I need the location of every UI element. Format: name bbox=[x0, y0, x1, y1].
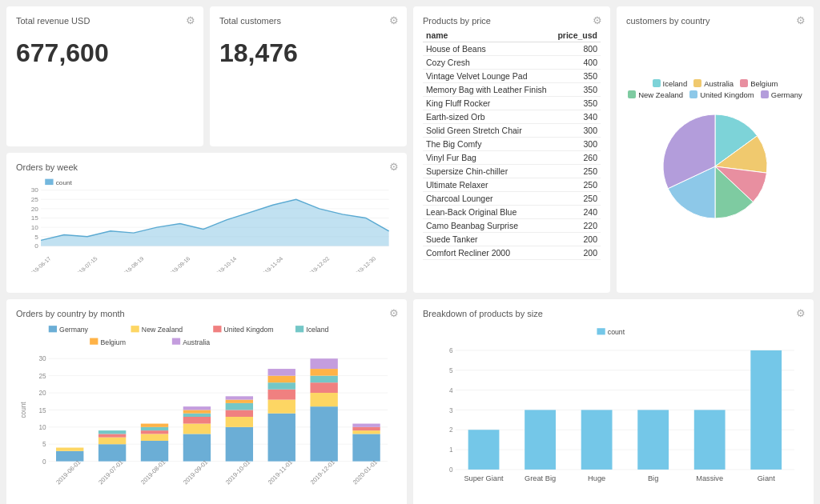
table-row: Vintage Velvet Lounge Pad350 bbox=[423, 70, 601, 83]
svg-rect-73 bbox=[226, 417, 253, 427]
svg-text:2019-12-30: 2019-12-30 bbox=[352, 255, 376, 272]
product-name: Memory Bag with Leather Finish bbox=[423, 83, 553, 97]
pie-container: IcelandAustraliaBelgiumNew ZealandUnited… bbox=[626, 29, 804, 280]
svg-rect-87 bbox=[310, 393, 337, 406]
svg-rect-124 bbox=[750, 350, 782, 470]
product-name: The Big Comfy bbox=[423, 138, 553, 151]
product-name: Ultimate Relaxer bbox=[423, 178, 553, 192]
stacked-chart-svg: GermanyNew ZealandUnited KingdomIcelandB… bbox=[16, 322, 397, 502]
table-row: Supersize Chin-chiller250 bbox=[423, 165, 601, 178]
orders-week-card: Orders by week ⚙ 051015202530count2019-0… bbox=[6, 153, 407, 293]
svg-rect-91 bbox=[310, 358, 337, 369]
table-row: Comfort Recliner 2000200 bbox=[423, 246, 601, 260]
product-price: 250 bbox=[553, 165, 601, 178]
product-price: 220 bbox=[553, 219, 601, 233]
orders-week-title: Orders by week bbox=[16, 162, 397, 172]
products-price-gear[interactable]: ⚙ bbox=[593, 14, 602, 26]
revenue-label: Total revenue USD bbox=[16, 16, 194, 26]
svg-text:Belgium: Belgium bbox=[100, 338, 126, 346]
svg-rect-94 bbox=[352, 430, 380, 434]
svg-text:Germany: Germany bbox=[59, 326, 88, 334]
breakdown-card: Breakdown of products by size ⚙ count012… bbox=[413, 299, 814, 504]
product-name: Vinyl Fur Bag bbox=[423, 151, 553, 165]
col-price: price_usd bbox=[553, 29, 601, 42]
svg-text:New Zealand: New Zealand bbox=[142, 326, 183, 334]
svg-text:Super Giant: Super Giant bbox=[464, 474, 504, 482]
svg-text:0: 0 bbox=[42, 458, 46, 466]
svg-rect-56 bbox=[98, 434, 126, 437]
svg-text:30: 30 bbox=[31, 187, 39, 194]
svg-text:25: 25 bbox=[39, 373, 47, 380]
product-name: Solid Green Stretch Chair bbox=[423, 124, 553, 138]
breakdown-gear[interactable]: ⚙ bbox=[796, 307, 806, 319]
svg-text:Big: Big bbox=[648, 474, 658, 482]
svg-rect-66 bbox=[183, 424, 211, 434]
svg-rect-96 bbox=[352, 424, 380, 427]
svg-rect-28 bbox=[213, 326, 221, 332]
legend-item: Belgium bbox=[740, 79, 778, 88]
svg-rect-63 bbox=[141, 424, 168, 427]
customers-card: Total customers ⚙ 18,476 bbox=[210, 6, 407, 146]
svg-text:Huge: Huge bbox=[588, 474, 605, 482]
product-name: Comfort Recliner 2000 bbox=[423, 246, 553, 260]
customers-gear[interactable]: ⚙ bbox=[389, 14, 399, 26]
svg-text:15: 15 bbox=[31, 215, 39, 222]
svg-text:2020-01-01: 2020-01-01 bbox=[352, 458, 379, 486]
products-price-table-container[interactable]: name price_usd House of Beans800Cozy Cre… bbox=[423, 29, 601, 260]
product-name: Vintage Velvet Lounge Pad bbox=[423, 70, 553, 83]
product-price: 240 bbox=[553, 206, 601, 219]
legend-item: United Kingdom bbox=[689, 90, 754, 99]
svg-rect-75 bbox=[226, 403, 253, 410]
svg-text:2019-08-19: 2019-08-19 bbox=[119, 255, 144, 272]
svg-text:2019-11-01: 2019-11-01 bbox=[267, 458, 294, 486]
svg-rect-69 bbox=[183, 410, 211, 413]
orders-country-card: Orders by country by month ⚙ GermanyNew … bbox=[6, 299, 407, 504]
svg-text:10: 10 bbox=[31, 224, 39, 231]
products-price-card: Products by price ⚙ name price_usd House… bbox=[413, 6, 610, 293]
svg-text:0: 0 bbox=[449, 466, 453, 474]
revenue-gear[interactable]: ⚙ bbox=[186, 14, 195, 26]
orders-country-chart: GermanyNew ZealandUnited KingdomIcelandB… bbox=[16, 322, 397, 502]
product-name: Earth-sized Orb bbox=[423, 110, 553, 124]
svg-text:2019-09-01: 2019-09-01 bbox=[182, 458, 209, 486]
product-price: 250 bbox=[553, 178, 601, 192]
customers-country-title: customers by country bbox=[626, 16, 804, 26]
svg-text:3: 3 bbox=[449, 407, 453, 414]
svg-rect-55 bbox=[98, 438, 126, 445]
product-price: 800 bbox=[553, 42, 601, 56]
product-name: Lean-Back Original Blue bbox=[423, 206, 553, 219]
svg-rect-120 bbox=[637, 410, 669, 469]
table-row: Solid Green Stretch Chair300 bbox=[423, 124, 601, 138]
svg-rect-34 bbox=[172, 338, 180, 345]
svg-rect-80 bbox=[268, 400, 295, 414]
svg-rect-82 bbox=[268, 382, 295, 390]
table-row: Suede Tanker200 bbox=[423, 233, 601, 246]
svg-rect-26 bbox=[131, 326, 139, 332]
svg-text:Giant: Giant bbox=[758, 474, 776, 482]
svg-rect-95 bbox=[352, 427, 380, 430]
customers-value: 18,476 bbox=[219, 38, 397, 68]
table-row: The Big Comfy300 bbox=[423, 138, 601, 151]
svg-text:Massive: Massive bbox=[696, 474, 723, 482]
table-row: House of Beans800 bbox=[423, 42, 601, 56]
table-row: Vinyl Fur Bag260 bbox=[423, 151, 601, 165]
customers-country-gear[interactable]: ⚙ bbox=[796, 14, 806, 26]
legend-item: New Zealand bbox=[628, 90, 683, 99]
svg-rect-72 bbox=[226, 427, 253, 462]
table-row: Memory Bag with Leather Finish350 bbox=[423, 83, 601, 97]
svg-text:2019-09-16: 2019-09-16 bbox=[166, 255, 191, 272]
product-price: 350 bbox=[553, 70, 601, 83]
svg-rect-122 bbox=[694, 410, 726, 469]
orders-country-gear[interactable]: ⚙ bbox=[389, 307, 399, 319]
table-row: Earth-sized Orb340 bbox=[423, 110, 601, 124]
svg-text:1: 1 bbox=[449, 446, 453, 454]
product-name: Charcoal Lounger bbox=[423, 192, 553, 206]
svg-rect-30 bbox=[295, 326, 303, 332]
svg-rect-84 bbox=[268, 369, 295, 376]
product-name: Cozy Cresh bbox=[423, 56, 553, 70]
svg-rect-57 bbox=[98, 430, 126, 434]
orders-week-gear[interactable]: ⚙ bbox=[389, 161, 399, 173]
product-price: 340 bbox=[553, 110, 601, 124]
svg-rect-86 bbox=[310, 406, 337, 461]
svg-text:Great Big: Great Big bbox=[525, 474, 556, 482]
